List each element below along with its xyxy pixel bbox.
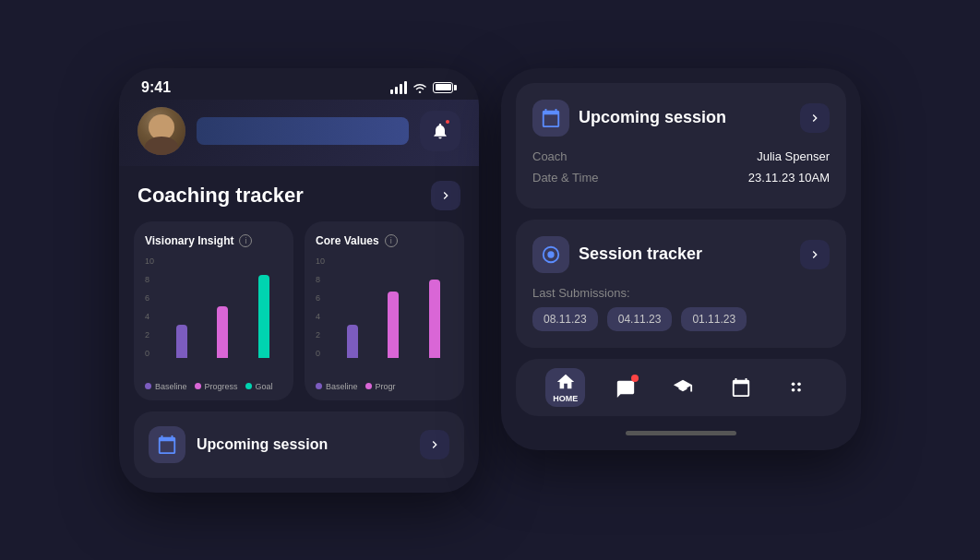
header-area [119,100,479,166]
status-bar: 9:41 [119,68,479,100]
chart2-legend: Baseline Progr [316,382,453,391]
chart1-title: Visionary Insight [145,234,233,247]
legend-label-progress: Progress [205,382,238,391]
coach-row: Coach Julia Spenser [532,149,830,163]
bottom-nav: HOME [516,359,846,416]
upcoming-title-left: Upcoming session [197,436,328,453]
upcoming-left: Upcoming session [149,426,328,463]
chart1-legend: Baseline Progress Goal [145,382,282,391]
bar-goal-1 [258,275,269,358]
submission-date-1: 08.11.23 [532,307,598,331]
chevron-detail-icon [807,111,822,125]
coaching-tracker-chevron[interactable] [431,181,460,210]
info-icon-1[interactable]: i [239,234,252,247]
status-icons [390,81,457,94]
bar2-progress-1 [388,292,399,358]
coach-value: Julia Spenser [757,149,830,163]
upcoming-title-row: Upcoming session [532,100,726,137]
chart1-yaxis: 0246810 [145,256,154,358]
session-tracker-chevron[interactable] [800,240,830,269]
status-time: 9:41 [141,79,171,96]
session-tracker-header: Session tracker [532,236,830,273]
upcoming-session-title: Upcoming session [579,108,726,127]
chart2-bars [334,256,453,358]
submissions-label-row: Last Submissions: [532,286,830,300]
svg-point-5 [797,387,801,391]
phone-left: 9:41 [119,68,479,493]
upcoming-session-header: Upcoming session [532,100,830,137]
battery-icon [433,82,457,93]
datetime-label: Date & Time [532,171,599,185]
chart2-title: Core Values [316,234,379,247]
calendar-icon-wrap [149,426,185,463]
upcoming-session-detail: Upcoming session Coach Julia Spenser Dat… [516,83,846,209]
submissions-row: 08.11.23 04.11.23 01.11.23 [532,307,830,331]
header-spacer [197,117,409,145]
info-icon-2[interactable]: i [385,234,398,247]
svg-point-3 [797,382,801,386]
core-values-card: Core Values i 0246810 [305,221,464,400]
nav-calendar[interactable] [723,374,759,401]
message-badge [631,375,639,382]
session-tracker-title-row: Session tracker [532,236,702,273]
home-icon [556,372,576,392]
upcoming-detail-chevron[interactable] [800,103,830,133]
svg-point-1 [547,251,554,257]
submission-date-2: 04.11.23 [607,307,673,331]
nav-home-label: HOME [553,394,578,403]
svg-point-2 [791,382,795,386]
legend2-label-baseline: Baseline [326,382,358,391]
chevron-tracker-icon [807,247,822,262]
nav-messages-icon-wrap [615,377,636,398]
nav-calendar-icon [731,377,751,398]
submission-date-3: 01.11.23 [681,307,747,331]
svg-point-4 [791,387,795,391]
section-title: Coaching tracker [137,184,304,208]
bar2-baseline-1 [347,325,358,358]
chevron-right-icon [438,188,453,203]
session-tracker-icon-wrap [532,236,569,273]
coach-label: Coach [532,149,568,163]
datetime-row: Date & Time 23.11.23 10AM [532,171,830,185]
legend-dot-progress [195,383,201,389]
nav-messages[interactable] [608,374,643,401]
signal-icon [390,81,407,94]
visionary-insight-card: Visionary Insight i 0246810 [134,221,293,400]
bell-button[interactable] [420,111,460,151]
nav-home[interactable]: HOME [545,368,585,407]
chevron-upcoming-icon [427,437,442,452]
wifi-icon [412,82,427,93]
legend-dot-goal [245,383,252,389]
legend-label-goal: Goal [256,382,273,391]
charts-row: Visionary Insight i 0246810 [119,221,479,411]
datetime-value: 23.11.23 10AM [748,171,830,185]
chart2-area: 0246810 [316,256,453,376]
bar-progress-1 [217,306,228,358]
notification-dot [444,118,451,125]
legend2-dot-progress [365,383,372,389]
legend2-dot-baseline [316,383,322,389]
graduation-icon [673,377,693,398]
calendar-icon [157,435,177,455]
phone-right: Upcoming session Coach Julia Spenser Dat… [501,68,861,450]
bar-baseline-1 [176,325,187,358]
upcoming-chevron-left[interactable] [420,430,449,459]
submissions-label: Last Submissions: [532,286,630,300]
dots-icon [789,377,809,398]
legend-label-baseline: Baseline [155,382,187,391]
legend2-label-progress: Progr [376,382,396,391]
bar2-progress-2 [429,280,440,358]
upcoming-cal-icon [541,108,561,128]
chart1-bars [163,256,282,358]
session-tracker-title: Session tracker [579,244,702,264]
chart2-yaxis: 0246810 [316,256,325,358]
session-tracker-icon [541,244,561,265]
avatar [137,107,185,155]
coaching-tracker-header: Coaching tracker [119,166,479,221]
upcoming-cal-icon-wrap [532,100,569,137]
nav-courses[interactable] [665,374,700,401]
home-indicator [626,431,736,435]
upcoming-session-card-left[interactable]: Upcoming session [134,411,464,478]
nav-more[interactable] [782,374,817,401]
session-tracker-card: Session tracker Last Submissions: 08.11.… [516,220,846,348]
